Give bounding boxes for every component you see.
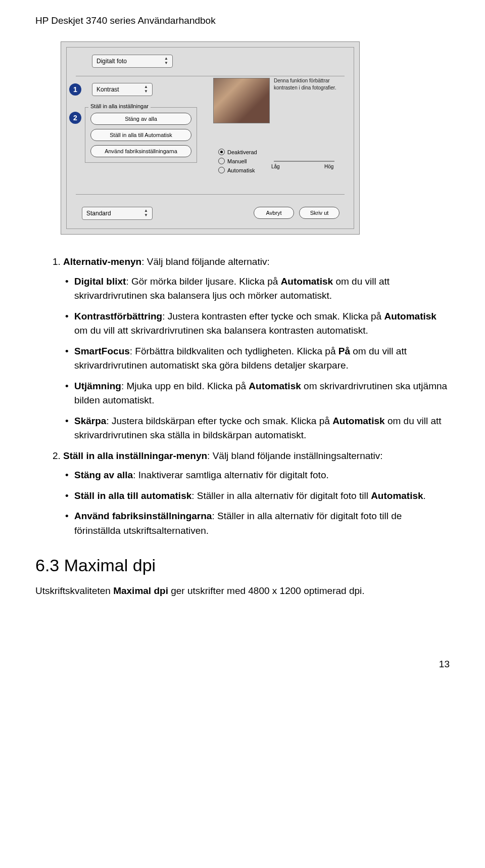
radio-deaktiverad-label: Deaktiverad — [227, 149, 257, 155]
page-header: HP Deskjet 3740 series Användarhandbok — [35, 15, 450, 26]
intensity-slider[interactable] — [274, 161, 334, 162]
radio-automatisk-label: Automatisk — [227, 167, 255, 173]
print-button[interactable]: Skriv ut — [299, 207, 340, 219]
kontrast-dropdown[interactable]: Kontrast ▲▼ — [92, 83, 153, 96]
set-all-group-label: Ställ in alla inställningar — [88, 103, 151, 109]
standard-label: Standard — [86, 210, 111, 217]
radio-deaktiverad[interactable]: Deaktiverad — [218, 149, 257, 155]
sub-item: Stäng av alla: Inaktiverar samtliga alte… — [74, 468, 450, 483]
sub-item: Utjämning: Mjuka upp en bild. Klicka på … — [74, 379, 450, 408]
sub-item: SmartFocus: Förbättra bildkvaliten och t… — [74, 344, 450, 373]
radio-icon — [218, 149, 225, 155]
slider-low-label: Låg — [271, 164, 280, 169]
radio-icon — [218, 167, 225, 173]
kontrast-label: Kontrast — [96, 86, 119, 93]
radio-manuell[interactable]: Manuell — [218, 158, 247, 164]
list-item-1: Alternativ-menyn: Välj bland följande al… — [63, 255, 450, 443]
radio-automatisk[interactable]: Automatisk — [218, 167, 255, 173]
spinner-icon: ▲▼ — [142, 84, 150, 94]
section-paragraph: Utskriftskvaliteten Maximal dpi ger utsk… — [35, 584, 450, 598]
spinner-icon: ▲▼ — [162, 56, 170, 65]
set-all-auto-button[interactable]: Ställ in alla till Automatisk — [90, 129, 191, 141]
sub-item: Använd fabriksinställningarna: Ställer i… — [74, 509, 450, 538]
instructions-list: Alternativ-menyn: Välj bland följande al… — [35, 255, 450, 538]
slider-high-label: Hög — [324, 164, 333, 169]
sub-item: Digital blixt: Gör mörka bilder ljusare.… — [74, 275, 450, 303]
set-all-group: Ställ in alla inställningar Stäng av all… — [85, 107, 197, 163]
dialog-screenshot: 1 2 Digitalt foto ▲▼ Kontrast ▲▼ Denna f… — [61, 41, 360, 235]
factory-settings-button[interactable]: Använd fabriksinställningarna — [90, 145, 191, 157]
standard-dropdown[interactable]: Standard ▲▼ — [82, 207, 153, 220]
cancel-button[interactable]: Avbryt — [254, 207, 294, 219]
section-heading: 6.3 Maximal dpi — [35, 556, 450, 575]
preview-hint-1: Denna funktion förbättrar — [274, 78, 330, 83]
mode-dropdown-label: Digitalt foto — [96, 58, 127, 65]
disable-all-button[interactable]: Stäng av alla — [90, 113, 191, 125]
mode-dropdown[interactable]: Digitalt foto ▲▼ — [92, 55, 173, 68]
list-item-2: Ställ in alla inställningar-menyn: Välj … — [63, 449, 450, 538]
dialog-panel: Digitalt foto ▲▼ Kontrast ▲▼ Denna funkt… — [66, 47, 354, 229]
callout-2: 2 — [69, 112, 81, 124]
sub-item: Skärpa: Justera bildskärpan efter tycke … — [74, 414, 450, 443]
sub-item: Kontrastförbättring: Justera kontrasten … — [74, 309, 450, 338]
preview-hint-2: kontrasten i dina fotografier. — [274, 85, 336, 90]
radio-manuell-label: Manuell — [227, 158, 247, 164]
page-number: 13 — [35, 659, 450, 670]
radio-icon — [218, 158, 225, 164]
photo-preview — [213, 78, 270, 123]
sub-item: Ställ in alla till automatisk: Ställer i… — [74, 489, 450, 504]
callout-1: 1 — [69, 83, 81, 96]
spinner-icon: ▲▼ — [142, 208, 150, 217]
